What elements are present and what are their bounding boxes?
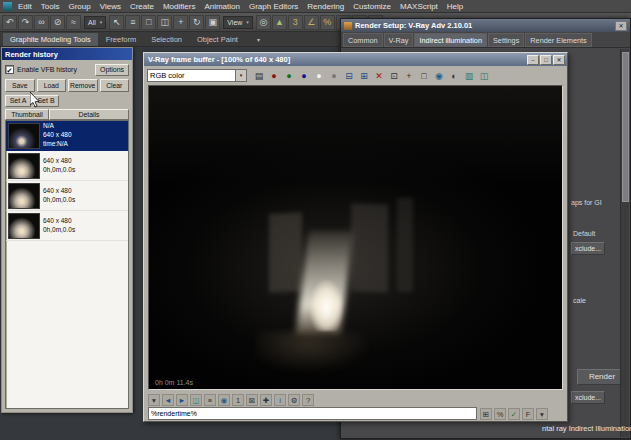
angle-snap-icon[interactable]: ∠: [304, 15, 319, 30]
menu-item[interactable]: Tools: [41, 2, 60, 11]
thumbnail-column-header[interactable]: Thumbnail: [5, 109, 49, 120]
scrollbar[interactable]: [620, 49, 629, 437]
percent-snap-icon[interactable]: %: [320, 15, 335, 30]
reference-coordinate-dropdown[interactable]: View ▾: [223, 16, 253, 29]
render-setup-titlebar[interactable]: Render Setup: V-Ray Adv 2.10.01 ✕: [341, 19, 630, 32]
stamp-input[interactable]: [148, 407, 477, 420]
stamp-percent-icon[interactable]: %: [494, 408, 506, 420]
scrollbar-thumb[interactable]: [622, 52, 629, 202]
color-correction-icon[interactable]: ◐: [447, 69, 461, 83]
ribbon-tab[interactable]: Object Paint: [190, 33, 245, 46]
menu-item[interactable]: Rendering: [307, 2, 344, 11]
show-channels-icon[interactable]: ▤: [252, 69, 266, 83]
red-channel-icon[interactable]: ●: [267, 69, 281, 83]
monochrome-icon[interactable]: ●: [327, 69, 341, 83]
render-setup-tab[interactable]: Settings: [488, 33, 524, 47]
history-row-1[interactable]: N/A 640 x 480 time:N/A: [6, 121, 128, 151]
maximize-icon[interactable]: □: [540, 55, 552, 65]
undo-icon[interactable]: ↶: [2, 15, 17, 30]
history-list-icon[interactable]: ≡: [204, 394, 216, 406]
select-and-rotate-icon[interactable]: ↻: [189, 15, 204, 30]
ribbon-minimize-icon[interactable]: ▾: [253, 33, 264, 46]
options-button[interactable]: Options: [95, 64, 129, 76]
render-history-titlebar[interactable]: Render history: [2, 48, 132, 60]
menu-item[interactable]: Customize: [353, 2, 391, 11]
stamp-toggle-icon[interactable]: ▾: [148, 394, 160, 406]
stamp-apply-icon[interactable]: ✓: [508, 408, 520, 420]
stamp-position-icon[interactable]: ▾: [536, 408, 548, 420]
magnify-icon[interactable]: ◉: [218, 394, 230, 406]
ribbon-tab[interactable]: Graphite Modeling Tools: [3, 33, 98, 46]
stereo-icon[interactable]: ▥: [462, 69, 476, 83]
exclude-button-2[interactable]: xclude...: [571, 391, 605, 404]
menu-item[interactable]: Views: [100, 2, 121, 11]
history-action-button[interactable]: Load: [37, 79, 67, 92]
pan-icon[interactable]: ✚: [260, 394, 272, 406]
select-and-manipulate-icon[interactable]: ▲: [272, 15, 287, 30]
ribbon-tab[interactable]: Selection: [144, 33, 189, 46]
save-image-icon[interactable]: ⊟: [342, 69, 356, 83]
menu-item[interactable]: MAXScript: [400, 2, 438, 11]
select-and-link-icon[interactable]: ∞: [34, 15, 49, 30]
use-pivot-center-icon[interactable]: ◎: [256, 15, 271, 30]
alpha-channel-icon[interactable]: ●: [312, 69, 326, 83]
exclude-button[interactable]: xclude...: [571, 242, 605, 255]
menu-item[interactable]: Group: [68, 2, 90, 11]
ribbon-tab[interactable]: Freeform: [99, 33, 143, 46]
render-setup-tab[interactable]: Indirect illumination: [414, 33, 486, 47]
one-to-one-icon[interactable]: 1: [232, 394, 244, 406]
select-object-icon[interactable]: ↖: [109, 15, 124, 30]
unlink-selection-icon[interactable]: ⊘: [50, 15, 65, 30]
rectangular-selection-icon[interactable]: □: [141, 15, 156, 30]
enable-vfb-history-checkbox[interactable]: ✔: [5, 65, 14, 74]
compare-ab-icon[interactable]: ◫: [190, 394, 202, 406]
blue-channel-icon[interactable]: ●: [297, 69, 311, 83]
details-column-header[interactable]: Details: [49, 109, 129, 120]
render-setup-tab[interactable]: Common: [343, 33, 383, 47]
redo-icon[interactable]: ↷: [18, 15, 33, 30]
green-channel-icon[interactable]: ●: [282, 69, 296, 83]
history-action-button[interactable]: Clear: [100, 79, 130, 92]
vfb-titlebar[interactable]: V-Ray frame buffer - [100% of 640 x 480]…: [144, 53, 567, 66]
app-icon[interactable]: [3, 2, 12, 11]
channel-dropdown[interactable]: RGB color ▾: [147, 69, 247, 82]
stamp-variables-icon[interactable]: ⊞: [480, 408, 492, 420]
help-icon[interactable]: ?: [302, 394, 314, 406]
select-by-name-icon[interactable]: ≡: [125, 15, 140, 30]
pixel-info-icon[interactable]: ◉: [432, 69, 446, 83]
clear-image-icon[interactable]: ✕: [372, 69, 386, 83]
window-crossing-icon[interactable]: ◫: [157, 15, 172, 30]
stamp-font-icon[interactable]: F: [522, 408, 534, 420]
set-a-button[interactable]: Set A: [5, 95, 31, 107]
menu-item[interactable]: Animation: [204, 2, 240, 11]
close-icon[interactable]: ✕: [553, 55, 565, 65]
select-and-move-icon[interactable]: +: [173, 15, 188, 30]
settings-icon[interactable]: ⚙: [288, 394, 300, 406]
pixel-probe-icon[interactable]: i: [274, 394, 286, 406]
history-action-button[interactable]: Remove: [68, 79, 98, 92]
duplicate-to-max-icon[interactable]: ⊡: [387, 69, 401, 83]
menu-item[interactable]: Create: [130, 2, 154, 11]
history-row-4[interactable]: 640 x 480 0h,0m,0.0s: [6, 211, 128, 241]
menu-item[interactable]: Help: [447, 2, 463, 11]
minimize-icon[interactable]: –: [527, 55, 539, 65]
history-row-2[interactable]: 640 x 480 0h,0m,0.0s: [6, 151, 128, 181]
select-and-scale-icon[interactable]: ▣: [205, 15, 220, 30]
snap-toggle-3d-icon[interactable]: 3: [288, 15, 303, 30]
render-setup-tab[interactable]: Render Elements: [525, 33, 591, 47]
history-action-button[interactable]: Save: [5, 79, 35, 92]
menu-item[interactable]: Edit: [18, 2, 32, 11]
compare-icon[interactable]: ◫: [477, 69, 491, 83]
next-image-icon[interactable]: ►: [176, 394, 188, 406]
selection-filter-dropdown[interactable]: All ▾: [84, 16, 106, 29]
close-icon[interactable]: ✕: [615, 21, 627, 31]
fit-view-icon[interactable]: ⊠: [246, 394, 258, 406]
region-render-icon[interactable]: □: [417, 69, 431, 83]
history-row-3[interactable]: 640 x 480 0h,0m,0.0s: [6, 181, 128, 211]
prev-image-icon[interactable]: ◄: [162, 394, 174, 406]
load-image-icon[interactable]: ⊞: [357, 69, 371, 83]
menu-item[interactable]: Graph Editors: [249, 2, 298, 11]
track-mouse-icon[interactable]: +: [402, 69, 416, 83]
bind-to-space-warp-icon[interactable]: ≈: [66, 15, 81, 30]
menu-item[interactable]: Modifiers: [163, 2, 195, 11]
